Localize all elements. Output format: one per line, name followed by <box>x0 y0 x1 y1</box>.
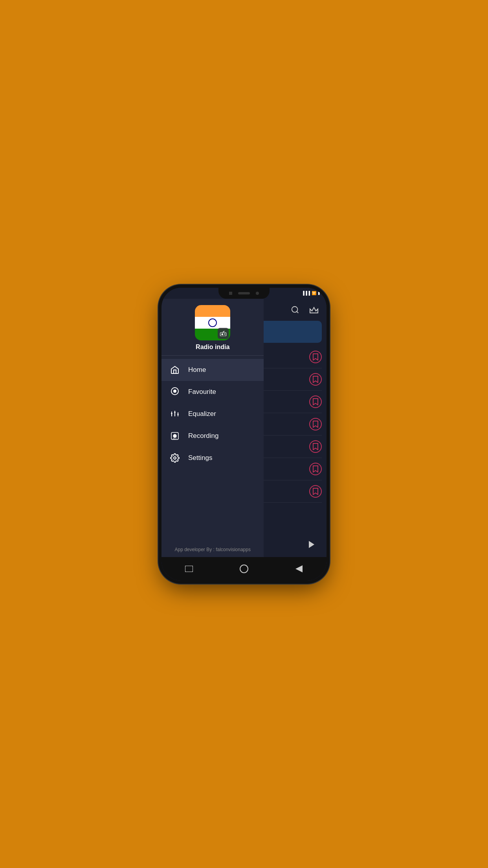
phone-frame: ▐▐▐ 🛜 ▮ <box>161 288 327 581</box>
home-button[interactable] <box>236 561 252 577</box>
bookmark-icon[interactable] <box>309 373 322 386</box>
svg-point-21 <box>240 565 248 573</box>
svg-marker-2 <box>309 541 314 548</box>
svg-rect-4 <box>222 333 224 335</box>
menu-list: Home Favourite <box>161 356 264 542</box>
ashoka-chakra <box>208 318 217 327</box>
settings-icon <box>169 452 180 463</box>
back-button[interactable] <box>291 561 307 577</box>
sidebar-item-equalizer[interactable]: Equalizer <box>161 403 264 425</box>
sidebar-item-settings[interactable]: Settings <box>161 447 264 469</box>
svg-point-9 <box>174 390 176 392</box>
svg-rect-5 <box>224 333 225 334</box>
equalizer-label: Equalizer <box>188 410 216 418</box>
crown-icon[interactable] <box>308 303 320 316</box>
bookmark-icon[interactable] <box>309 463 322 475</box>
status-icons: ▐▐▐ 🛜 ▮ <box>302 291 320 295</box>
signal-icon: ▐▐▐ <box>302 291 310 295</box>
bookmark-icon[interactable] <box>309 440 322 453</box>
home-label: Home <box>188 366 206 374</box>
speaker <box>238 292 250 294</box>
bookmark-icon[interactable] <box>309 351 322 363</box>
favourite-label: Favourite <box>188 388 216 396</box>
battery-icon: ▮ <box>318 291 320 295</box>
svg-rect-6 <box>224 334 225 335</box>
recent-apps-button[interactable] <box>181 561 197 577</box>
play-button[interactable] <box>305 537 319 552</box>
app-name: Radio india <box>196 344 229 351</box>
svg-text:REC: REC <box>173 438 177 440</box>
settings-label: Settings <box>188 454 212 462</box>
screen: ▐▐▐ 🛜 ▮ <box>161 288 327 581</box>
equalizer-icon <box>169 408 180 419</box>
svg-point-17 <box>173 434 176 438</box>
svg-rect-14 <box>174 412 176 413</box>
svg-rect-15 <box>177 414 179 415</box>
sidebar-item-home[interactable]: Home <box>161 359 264 381</box>
search-icon[interactable] <box>289 303 301 316</box>
app-logo <box>195 305 230 340</box>
recording-icon: REC <box>169 430 180 441</box>
sensor-dot <box>256 292 259 295</box>
recording-label: Recording <box>188 432 219 440</box>
camera-dot <box>229 292 232 295</box>
svg-rect-13 <box>171 413 172 414</box>
svg-marker-22 <box>295 565 303 572</box>
sidebar-item-recording[interactable]: REC Recording <box>161 425 264 447</box>
svg-point-19 <box>174 457 176 459</box>
home-icon <box>169 364 180 375</box>
bookmark-icon[interactable] <box>309 485 322 498</box>
notch <box>218 288 270 299</box>
sidebar-item-favourite[interactable]: Favourite <box>161 381 264 403</box>
flag-orange-strip <box>195 305 230 317</box>
svg-line-1 <box>297 311 298 313</box>
wifi-icon: 🛜 <box>312 291 316 295</box>
flag-white-strip <box>195 317 230 329</box>
svg-rect-20 <box>185 566 193 572</box>
svg-point-0 <box>292 306 298 312</box>
favourite-icon <box>169 386 180 397</box>
developer-credit: App developer By : falconvisionapps <box>161 542 264 557</box>
radio-icon-overlay <box>218 328 229 339</box>
app-logo-section: Radio india <box>161 299 264 356</box>
bookmark-icon[interactable] <box>309 395 322 408</box>
navigation-drawer: Radio india Home <box>161 288 264 557</box>
bookmark-icon[interactable] <box>309 418 322 430</box>
bottom-nav <box>161 557 327 581</box>
